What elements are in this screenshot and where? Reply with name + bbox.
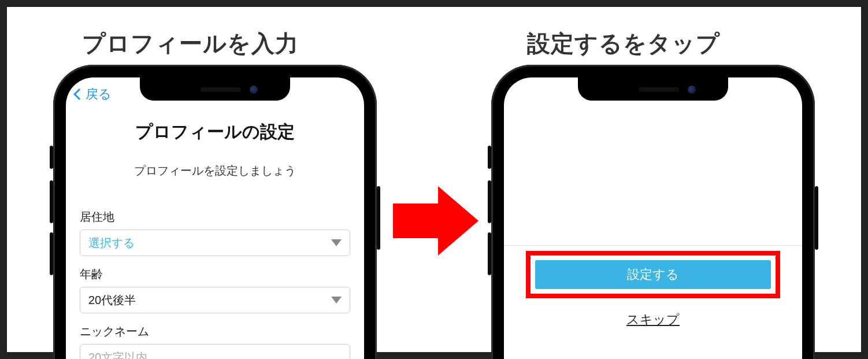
primary-button-highlight: 設定する — [526, 251, 780, 298]
phone-mock-right: 設定する スキップ — [491, 65, 815, 359]
nickname-input[interactable]: 20文字以内 — [80, 344, 350, 359]
page-title: プロフィールの設定 — [66, 120, 364, 144]
back-button[interactable]: 戻る — [75, 86, 112, 103]
arrow-right-icon — [393, 186, 480, 256]
side-button — [377, 186, 380, 250]
chevron-left-icon — [73, 88, 85, 100]
skip-link[interactable]: スキップ — [504, 311, 802, 328]
side-button — [488, 232, 491, 275]
divider — [504, 245, 802, 246]
side-button — [488, 180, 491, 223]
chevron-down-icon — [331, 239, 342, 246]
nickname-placeholder: 20文字以内 — [88, 350, 147, 360]
profile-form: 居住地 選択する 年齢 20代後半 ニックネーム 20文字以内 — [80, 199, 350, 359]
side-button — [815, 186, 818, 250]
nickname-label: ニックネーム — [80, 324, 350, 339]
residence-label: 居住地 — [80, 209, 350, 225]
side-button — [50, 232, 53, 275]
caption-right: 設定するをタップ — [527, 28, 720, 60]
age-label: 年齢 — [80, 267, 350, 282]
age-value: 20代後半 — [88, 293, 136, 308]
residence-select[interactable]: 選択する — [80, 230, 350, 256]
side-button — [50, 146, 53, 169]
device-notch — [578, 77, 728, 101]
side-button — [488, 146, 491, 169]
side-button — [50, 180, 53, 223]
device-notch — [140, 77, 290, 101]
residence-placeholder: 選択する — [88, 235, 135, 251]
submit-button[interactable]: 設定する — [535, 260, 771, 289]
caption-left: プロフィールを入力 — [82, 28, 299, 60]
phone-mock-left: 戻る プロフィールの設定 プロフィールを設定しましょう 居住地 選択する 年齢 … — [53, 65, 377, 359]
chevron-down-icon — [331, 297, 342, 304]
age-select[interactable]: 20代後半 — [80, 287, 350, 313]
page-subtitle: プロフィールを設定しましょう — [66, 163, 364, 179]
back-label: 戻る — [86, 86, 112, 103]
